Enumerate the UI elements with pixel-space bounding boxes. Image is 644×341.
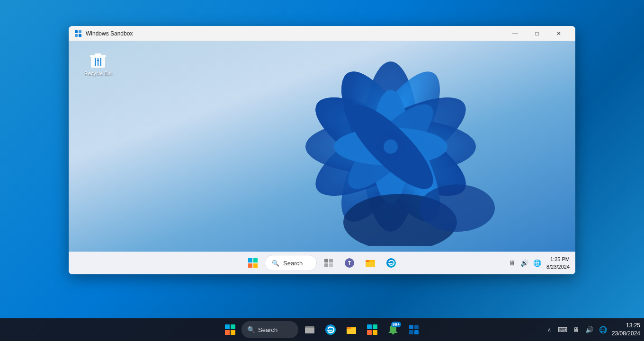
sandbox-date: 8/23/2024 bbox=[546, 263, 570, 271]
outer-system-icons: ⌨ 🖥 🔊 🌐 bbox=[556, 324, 609, 335]
svg-rect-3 bbox=[79, 34, 81, 37]
svg-rect-51 bbox=[367, 324, 372, 329]
svg-rect-32 bbox=[329, 259, 333, 262]
sandbox-window: Windows Sandbox — □ ✕ bbox=[69, 26, 575, 274]
sandbox-inner-taskbar: 🔍 Search T bbox=[69, 252, 575, 274]
outer-taskbar-center: 🔍 Search bbox=[221, 320, 423, 339]
svg-rect-55 bbox=[392, 333, 394, 334]
sandbox-time-block[interactable]: 1:25 PM 8/23/2024 bbox=[546, 255, 570, 271]
outer-sandbox-button[interactable] bbox=[404, 320, 423, 339]
svg-rect-43 bbox=[225, 330, 230, 335]
outer-time: 13:25 bbox=[612, 322, 640, 330]
outer-taskbar: 🔍 Search bbox=[0, 318, 644, 341]
svg-rect-54 bbox=[373, 330, 377, 335]
svg-rect-23 bbox=[95, 53, 101, 56]
svg-rect-57 bbox=[414, 325, 419, 329]
outer-start-button[interactable] bbox=[221, 320, 240, 339]
svg-rect-52 bbox=[373, 324, 377, 329]
sandbox-edge-button[interactable] bbox=[382, 254, 400, 272]
outer-edge-button[interactable] bbox=[321, 320, 340, 339]
outer-time-block[interactable]: 13:25 23/08/2024 bbox=[612, 322, 640, 338]
sandbox-title-icon bbox=[74, 30, 82, 37]
maximize-button[interactable]: □ bbox=[526, 26, 548, 41]
sandbox-task-view-button[interactable] bbox=[320, 254, 338, 272]
svg-rect-31 bbox=[324, 259, 328, 262]
outer-search-box[interactable]: 🔍 Search bbox=[242, 321, 298, 338]
svg-rect-0 bbox=[75, 30, 78, 33]
outer-volume-icon[interactable]: 🔊 bbox=[583, 324, 595, 335]
sandbox-bloom-decoration bbox=[277, 47, 504, 246]
notification-badge: 99+ bbox=[391, 322, 401, 327]
recycle-bin-label: Recycle Bin bbox=[84, 70, 112, 76]
svg-text:T: T bbox=[348, 260, 351, 266]
sandbox-teams-button[interactable]: T bbox=[340, 254, 358, 272]
outer-network-icon[interactable]: 🌐 bbox=[597, 324, 609, 335]
svg-rect-38 bbox=[366, 262, 375, 267]
sandbox-network-icon[interactable]: 🌐 bbox=[532, 258, 543, 268]
outer-chevron-icon[interactable]: ∧ bbox=[546, 325, 553, 335]
svg-rect-49 bbox=[347, 328, 356, 334]
svg-point-20 bbox=[419, 184, 495, 232]
outer-search-text: Search bbox=[258, 326, 277, 333]
svg-rect-27 bbox=[248, 258, 252, 262]
outer-file-manager-button[interactable] bbox=[300, 320, 319, 339]
outer-search-icon: 🔍 bbox=[247, 326, 255, 333]
svg-rect-53 bbox=[367, 330, 372, 335]
outer-display-icon[interactable]: 🖥 bbox=[571, 324, 581, 335]
svg-rect-42 bbox=[231, 324, 235, 329]
svg-rect-28 bbox=[253, 258, 258, 262]
sandbox-taskbar-center: 🔍 Search T bbox=[244, 254, 400, 272]
outer-taskbar-right: ∧ ⌨ 🖥 🔊 🌐 13:25 23/08/2024 bbox=[546, 322, 640, 338]
sandbox-system-icons: 🖥 🔊 🌐 bbox=[508, 258, 543, 268]
svg-rect-50 bbox=[347, 327, 351, 329]
svg-rect-39 bbox=[366, 260, 369, 262]
sandbox-display-icon[interactable]: 🖥 bbox=[508, 258, 517, 268]
minimize-button[interactable]: — bbox=[504, 26, 526, 41]
outer-date: 23/08/2024 bbox=[612, 330, 640, 338]
svg-point-18 bbox=[384, 140, 398, 154]
close-button[interactable]: ✕ bbox=[548, 26, 570, 41]
svg-rect-56 bbox=[409, 325, 413, 329]
svg-rect-59 bbox=[414, 330, 419, 334]
recycle-bin-graphic bbox=[89, 51, 107, 70]
sandbox-search-box[interactable]: 🔍 Search bbox=[265, 255, 317, 271]
sandbox-volume-icon[interactable]: 🔊 bbox=[519, 258, 530, 268]
outer-keyboard-icon[interactable]: ⌨ bbox=[556, 324, 569, 335]
sandbox-title-text: Windows Sandbox bbox=[86, 30, 504, 37]
outer-store-button[interactable] bbox=[363, 320, 382, 339]
outer-notifications-button[interactable]: 99+ bbox=[384, 320, 402, 339]
sandbox-desktop[interactable]: Recycle Bin bbox=[69, 41, 575, 252]
svg-rect-1 bbox=[79, 30, 81, 33]
svg-rect-2 bbox=[75, 34, 78, 37]
svg-rect-34 bbox=[329, 263, 333, 267]
sandbox-window-controls: — □ ✕ bbox=[504, 26, 570, 41]
sandbox-search-text: Search bbox=[283, 260, 303, 267]
sandbox-start-button[interactable] bbox=[244, 254, 262, 272]
svg-rect-41 bbox=[225, 324, 230, 329]
svg-rect-33 bbox=[324, 263, 328, 267]
sandbox-file-explorer-button[interactable] bbox=[361, 254, 379, 272]
svg-rect-46 bbox=[305, 328, 314, 333]
outer-file-explorer-button[interactable] bbox=[342, 320, 361, 339]
svg-rect-58 bbox=[409, 330, 413, 334]
svg-rect-29 bbox=[248, 263, 252, 268]
sandbox-taskbar-right: 🖥 🔊 🌐 1:25 PM 8/23/2024 bbox=[508, 255, 570, 271]
sandbox-search-icon: 🔍 bbox=[272, 260, 279, 267]
svg-rect-30 bbox=[253, 263, 258, 268]
svg-rect-44 bbox=[231, 330, 235, 335]
sandbox-titlebar: Windows Sandbox — □ ✕ bbox=[69, 26, 575, 41]
recycle-bin-icon[interactable]: Recycle Bin bbox=[83, 51, 113, 76]
sandbox-time: 1:25 PM bbox=[546, 255, 570, 263]
